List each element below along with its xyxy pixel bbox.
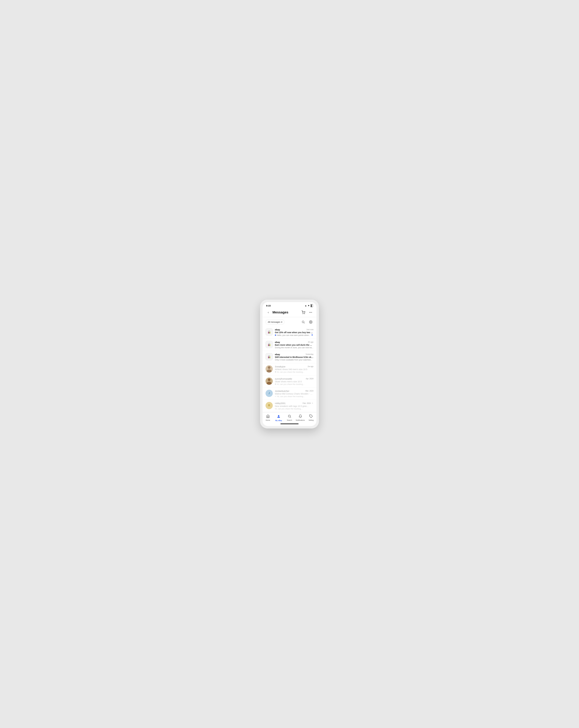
svg-point-2 — [309, 312, 310, 313]
list-item[interactable]: sunnyfromseattle Apr. 2024 Skate shoes m… — [262, 375, 317, 388]
list-item[interactable]: ebay Just now Get 15% off now when you b… — [262, 326, 317, 339]
message-preview: Hi, can you share the tracking... — [275, 371, 313, 373]
list-item[interactable]: ebay Yesterday Still interested in Birdh… — [262, 351, 317, 363]
list-item[interactable]: R robby2001 Feb. 2024 New sneakers with … — [262, 400, 317, 412]
message-preview: Hello, you can now earn points when... — [275, 334, 313, 337]
sender-name: ebay — [275, 341, 280, 343]
nav-label-notifications: Notifications — [296, 419, 305, 421]
message-subject: New sneakers with tags 10.5 gree... — [275, 405, 313, 407]
message-time: Mar. 2024 — [305, 390, 313, 392]
svg-point-23 — [278, 415, 279, 416]
svg-rect-9 — [268, 332, 269, 334]
svg-point-1 — [304, 314, 305, 314]
message-time: Just now — [306, 329, 313, 331]
search-filter-button[interactable] — [301, 319, 306, 325]
signal-icon: ▲ — [305, 304, 307, 307]
reply-icon: ↩ — [275, 395, 276, 397]
nav-item-selling[interactable]: Selling — [306, 414, 317, 422]
home-icon — [266, 414, 270, 419]
status-bar: 9:15 ▲ ▼ ▌ — [262, 302, 317, 308]
svg-rect-14 — [268, 344, 269, 346]
phone-shell: 9:15 ▲ ▼ ▌ ‹ Messages — [260, 300, 319, 428]
svg-line-6 — [304, 322, 304, 323]
svg-rect-11 — [270, 332, 270, 334]
header: ‹ Messages — [262, 308, 317, 317]
ebay-bag-icon — [267, 342, 272, 347]
sender-name: Jordanbutcher — [275, 390, 290, 392]
avatar — [266, 378, 273, 385]
filter-bar: All messages ▾ — [262, 317, 317, 326]
filter-dropdown[interactable]: All messages ▾ — [266, 320, 284, 324]
unread-indicator — [275, 335, 276, 336]
more-button[interactable] — [308, 310, 313, 315]
gear-icon — [309, 320, 312, 324]
search-nav-icon — [288, 414, 291, 419]
nav-item-home[interactable]: Home — [262, 414, 273, 422]
message-subject: Earn more when you sell durin the month.… — [275, 344, 313, 346]
message-subject: Still interested in Birdhouse 9.5in skat… — [275, 356, 313, 358]
list-item[interactable]: J Jordanbutcher Mar. 2024 Walnut Mid Cen… — [262, 388, 317, 400]
message-time: 2w ago — [308, 365, 313, 367]
sender-name: ebay — [275, 353, 280, 356]
svg-point-7 — [310, 321, 311, 322]
svg-line-25 — [290, 417, 291, 417]
tag-icon — [309, 414, 313, 419]
avatar — [266, 365, 273, 372]
message-subject: Get 15% off now when you buy two or... — [275, 331, 313, 334]
svg-rect-20 — [269, 356, 269, 358]
message-preview: Only 3 more available from your watched.… — [275, 359, 313, 361]
chevron-down-icon: ▾ — [281, 321, 282, 323]
sender-name: Sneakyjoe — [275, 365, 285, 368]
more-icon — [309, 311, 312, 314]
nav-label-selling: Selling — [309, 419, 313, 421]
svg-point-3 — [310, 312, 311, 313]
cart-button[interactable] — [301, 310, 306, 315]
message-subject: Walnut Mid Century Chairs Wooden - Set..… — [275, 393, 313, 395]
list-item[interactable]: ebay 2h ago Earn more when you sell duri… — [262, 339, 317, 351]
home-bar — [280, 423, 299, 424]
cart-icon — [302, 311, 305, 314]
message-time: Apr. 2024 — [306, 378, 313, 380]
message-subject: Skate shoes men's size 10.5 — [275, 380, 313, 383]
svg-rect-10 — [269, 332, 269, 334]
status-icons: ▲ ▼ ▌ — [305, 304, 313, 307]
message-preview: Hi, can you share the tracking... — [275, 383, 313, 385]
nav-item-myebay[interactable]: My eBay — [273, 414, 284, 422]
bell-icon — [299, 414, 302, 419]
message-subject: Athletic shoes 540 men's size 10.5 — [275, 368, 313, 370]
bottom-nav: Home My eBay Search — [262, 412, 317, 422]
svg-point-4 — [311, 312, 312, 313]
phone-screen: 9:15 ▲ ▼ ▌ ‹ Messages — [262, 302, 317, 426]
avatar: J — [266, 390, 273, 397]
nav-item-search[interactable]: Search — [284, 414, 295, 422]
avatar — [266, 328, 273, 336]
svg-point-5 — [302, 321, 304, 323]
svg-rect-21 — [270, 356, 270, 358]
avatar: R — [266, 402, 273, 409]
svg-rect-22 — [270, 356, 270, 358]
user-icon — [277, 414, 281, 419]
ebay-bag-icon — [267, 330, 272, 335]
svg-rect-15 — [269, 344, 269, 346]
page-title: Messages — [273, 310, 288, 314]
settings-filter-button[interactable] — [308, 319, 313, 325]
message-time: Feb. 2024 — [303, 402, 311, 404]
message-list: ebay Just now Get 15% off now when you b… — [262, 326, 317, 412]
flag-icon — [312, 402, 313, 405]
list-item[interactable]: Sneakyjoe 2w ago Athletic shoes 540 men'… — [262, 363, 317, 375]
svg-point-24 — [288, 415, 291, 417]
battery-icon: ▌ — [310, 304, 313, 307]
unread-indicator — [275, 384, 276, 385]
message-time: Yesterday — [305, 353, 313, 355]
message-preview: During the month of June, you can now ea… — [275, 346, 313, 349]
avatar — [266, 353, 273, 360]
back-button[interactable]: ‹ — [266, 310, 271, 315]
sender-name: sunnyfromseattle — [275, 378, 292, 380]
message-preview: Hi, can you share the tracking... — [275, 408, 313, 410]
nav-item-notifications[interactable]: Notifications — [295, 414, 306, 422]
avatar — [266, 341, 273, 348]
flag-icon — [311, 334, 313, 337]
sender-name: robby2001 — [275, 402, 285, 405]
svg-rect-19 — [268, 356, 269, 358]
home-indicator — [262, 422, 317, 426]
